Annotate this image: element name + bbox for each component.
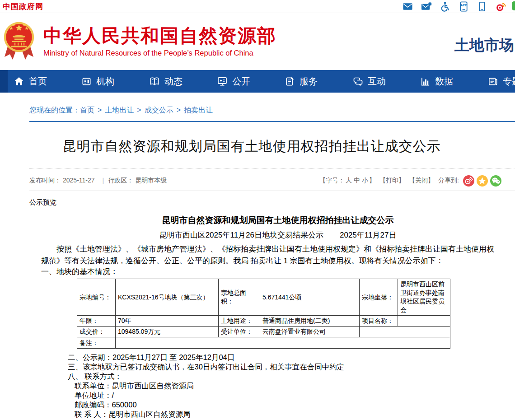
gov-site-link[interactable]: 中国政府网 [3, 1, 43, 12]
meta-separator: ｜ [100, 177, 107, 184]
accessibility-icon[interactable] [440, 1, 450, 12]
ministry-title: 中华人民共和国自然资源部 [43, 26, 276, 46]
table-row: 成交价： 109485.09万元 受让单位： 云南盘泽置业有限公司 [77, 327, 450, 337]
parcel-number-label: 宗地编号： [77, 279, 116, 316]
subscribe-mail-icon[interactable] [421, 1, 432, 12]
document-title: 昆明市自然资源和规划局国有土地使用权招拍挂出让成交公示 [29, 215, 515, 226]
breadcrumb-divider [29, 121, 515, 122]
font-size-label: 【字号： [319, 177, 345, 184]
article-tools: 【字号：大中小】 【打印】 【关闭】 分享到: [319, 175, 501, 187]
breadcrumb-link-land-transfer[interactable]: 土地出让 [105, 106, 134, 114]
font-size-small-button[interactable]: 小 [362, 177, 368, 184]
font-size-large-button[interactable]: 大 [346, 177, 352, 184]
publish-info: 发布时间：2025-11-27｜行政区：昆明市本级 [29, 177, 169, 185]
parcel-location-value: 昆明市西山区前卫街道办事处南坝社区居民委员会 [398, 279, 450, 316]
nav-item-disclosure[interactable]: 公开 [217, 75, 285, 88]
clause-contract-signing: 三、该宗地双方已签订成交确认书，在30日内签订出让合同，相关事宜在合同中约定 [68, 362, 515, 372]
breadcrumb-link-deal-announcement[interactable]: 成交公示 [145, 106, 173, 114]
topics-newspaper-icon [488, 76, 498, 87]
contact-unit: 联系单位：昆明市西山区自然资源局 [75, 381, 515, 391]
font-size-control: 【字号：大中小】 [319, 177, 375, 185]
home-icon [14, 76, 24, 87]
nav-item-topics[interactable]: 专题 [488, 75, 515, 88]
wechat-icon[interactable] [512, 1, 515, 10]
contact-postcode: 邮政编码：650000 [75, 400, 515, 410]
deal-price-label: 成交价： [77, 327, 116, 337]
project-name-label: 项目名称： [360, 316, 398, 327]
top-utility-bar: 中国政府网 APP [0, 0, 515, 13]
nav-item-news[interactable]: 动态 [149, 75, 217, 88]
table-row: 宗地编号： KCXS2021-16号地块（第三次） 宗地总面积： 5.67144… [77, 279, 450, 316]
nav-item-home[interactable]: 首页 [14, 75, 81, 88]
nav-label: 互动 [368, 75, 386, 88]
publish-date-value: 2025-11-27 [63, 177, 95, 184]
parcel-area-value: 5.671441公顷 [260, 279, 360, 316]
contact-person: 联 系 人：昆明市西山区自然资源局 [75, 410, 515, 419]
document-date: 2025年11月27日 [340, 231, 396, 239]
svg-text:APP: APP [461, 4, 467, 7]
nav-label: 首页 [29, 75, 47, 88]
nav-label: 公开 [232, 75, 250, 88]
clause-publicity-period: 二、公示期：2025年11月27日 至 2025年12月04日 [68, 353, 515, 362]
table-row: 备注： [77, 337, 450, 349]
mobile-icon[interactable] [477, 1, 487, 12]
font-size-medium-button[interactable]: 中 [354, 177, 360, 184]
weibo-icon[interactable] [495, 1, 507, 12]
interaction-chat-icon [352, 76, 363, 87]
nav-item-data[interactable]: 数据 [420, 75, 488, 88]
nav-label: 动态 [164, 75, 183, 88]
legal-basis-paragraph: 按照《土地管理法》、《城市房地产管理法》、《招标拍卖挂牌出让国有土地使用权规定》… [41, 243, 500, 266]
parcel-location-label: 宗地坐落： [360, 279, 398, 316]
breadcrumb: 您现在的位置：首页>土地出让>成交公示>拍卖出让 [0, 93, 515, 121]
meta-divider [29, 191, 515, 191]
nav-label: 机构 [96, 75, 114, 88]
clause-contact-heading: 八、 联系方式： [68, 372, 515, 381]
section-label-land-market: 土地市场 [454, 35, 515, 56]
land-use-value: 普通商品住房用地(二类) [260, 316, 360, 327]
article-meta-row: 发布时间：2025-11-27｜行政区：昆明市本级 【字号：大中小】 【打印】 … [29, 174, 501, 187]
ministry-title-english: Ministry of Natural Resources of the Peo… [43, 49, 276, 57]
nav-label: 专题 [503, 75, 515, 88]
weibo-share-icon[interactable] [463, 175, 474, 187]
contact-info: 联系单位：昆明市西山区自然资源局 单位地址：/ 邮政编码：650000 联 系 … [29, 381, 515, 420]
breadcrumb-link-auction[interactable]: 拍卖出让 [184, 106, 213, 114]
nav-item-interaction[interactable]: 互动 [352, 75, 420, 88]
contact-address: 单位地址：/ [75, 391, 515, 400]
topbar-icon-group: APP [403, 1, 507, 12]
remarks-value [116, 337, 450, 349]
nav-label: 服务 [300, 75, 318, 88]
land-use-label: 土地用途： [219, 316, 260, 327]
page-title: 昆明市自然资源和规划局国有土地使用权招拍挂出让成交公示 [0, 137, 503, 156]
dotted-divider [29, 168, 515, 168]
news-book-icon [149, 76, 160, 87]
remarks-label: 备注： [77, 337, 116, 349]
tenure-value: 70年 [116, 316, 219, 327]
breadcrumb-prefix: 您现在的位置： [29, 106, 80, 114]
qzone-share-icon[interactable] [477, 175, 488, 187]
project-name-value [398, 316, 450, 327]
publish-date-label: 发布时间： [29, 177, 61, 184]
disclosure-monitor-icon [217, 76, 228, 87]
document-subtitle-text: 昆明市西山区2025年11月26日地块交易结果公示 [159, 231, 323, 239]
transferee-label: 受让单位： [219, 327, 260, 337]
data-chart-icon [420, 76, 431, 87]
announcement-clauses: 二、公示期：2025年11月27日 至 2025年12月04日 三、该宗地双方已… [29, 353, 515, 381]
breadcrumb-separator: > [177, 106, 181, 114]
wechat-share-icon[interactable] [490, 175, 501, 187]
document-subtitle: 昆明市西山区2025年11月26日地块交易结果公示2025年11月27日 [29, 230, 515, 240]
empty-cell [360, 327, 450, 337]
app-icon[interactable]: APP [459, 1, 469, 12]
mail-icon[interactable] [403, 1, 413, 12]
organization-icon [81, 76, 92, 87]
breadcrumb-separator: > [137, 106, 141, 114]
nav-item-organization[interactable]: 机构 [81, 75, 149, 88]
main-nav: 首页 机构 动态 公开 服务 互动 数据 专题 [0, 70, 515, 93]
close-button[interactable]: 【关闭】 [409, 177, 434, 185]
print-button[interactable]: 【打印】 [379, 177, 405, 185]
nav-label: 数据 [435, 75, 453, 88]
region-label: 行政区： [108, 177, 133, 184]
announcement-document: 公示预览 昆明市自然资源和规划局国有土地使用权招拍挂出让成交公示 昆明市西山区2… [29, 198, 515, 420]
breadcrumb-separator: > [98, 106, 102, 114]
breadcrumb-link-home[interactable]: 首页 [80, 106, 94, 114]
nav-item-services[interactable]: 服务 [285, 75, 352, 88]
